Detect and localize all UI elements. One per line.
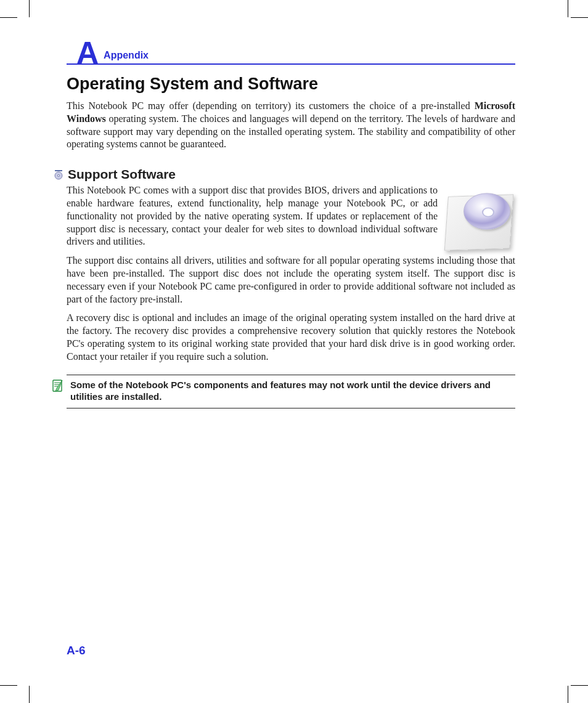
appendix-label: Appendix xyxy=(104,50,149,61)
note-box: Some of the Notebook PC's components and… xyxy=(67,375,515,408)
support-heading: Support Software xyxy=(68,167,176,182)
page-title: Operating System and Software xyxy=(67,75,515,94)
crop-mark xyxy=(571,17,588,18)
page-content: A Appendix Operating System and Software… xyxy=(67,36,515,666)
crop-mark xyxy=(0,685,17,686)
crop-mark xyxy=(0,17,17,18)
disc-icon xyxy=(53,169,64,180)
support-heading-row: Support Software xyxy=(53,167,515,182)
intro-paragraph: This Notebook PC may offer (depending on… xyxy=(67,100,515,151)
support-body: This Notebook PC comes with a support di… xyxy=(67,184,515,363)
page-number: A-6 xyxy=(67,644,86,657)
note-text: Some of the Notebook PC's components and… xyxy=(67,379,515,403)
cd-graphic xyxy=(441,184,515,251)
intro-post: operating system. The choices and langua… xyxy=(67,113,515,150)
note-icon xyxy=(52,379,64,392)
appendix-letter: A xyxy=(76,39,97,67)
crop-mark xyxy=(568,0,568,17)
crop-mark xyxy=(29,0,30,17)
crop-mark xyxy=(568,686,568,703)
support-p3: A recovery disc is optional and includes… xyxy=(67,312,515,363)
svg-point-2 xyxy=(57,175,59,177)
crop-mark xyxy=(29,686,30,703)
appendix-header: A Appendix xyxy=(67,36,515,65)
crop-mark xyxy=(571,685,588,686)
intro-pre: This Notebook PC may offer (depending on… xyxy=(67,100,475,111)
support-p2: The support disc contains all drivers, u… xyxy=(67,254,515,306)
svg-rect-0 xyxy=(55,170,62,171)
